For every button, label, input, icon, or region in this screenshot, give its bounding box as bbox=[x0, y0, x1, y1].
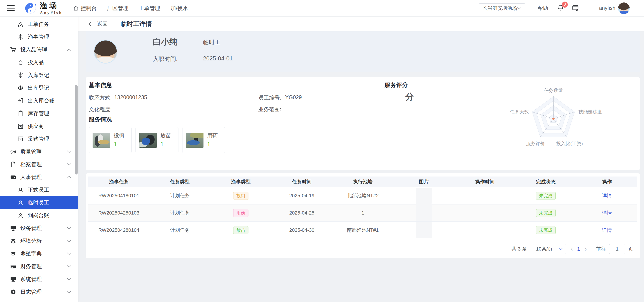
login-arrow-icon bbox=[17, 97, 24, 104]
menu-item-factory[interactable]: 厂区管理 bbox=[107, 5, 128, 12]
sidebar-item-quality-mgmt[interactable]: 质量管理 bbox=[0, 145, 78, 158]
sidebar-item-inout-ledger[interactable]: 出入库台账 bbox=[0, 94, 78, 107]
back-arrow-icon bbox=[88, 22, 94, 26]
detail-link[interactable]: 详情 bbox=[602, 227, 612, 234]
service-score-radar-chart: 任务数量 技能熟练度 投入比(工资) 服务评价 任务天数 bbox=[498, 83, 614, 154]
detail-link[interactable]: 详情 bbox=[602, 192, 612, 199]
sidebar-item-label: 采购管理 bbox=[28, 135, 49, 142]
fishery-type-tag: 投饵 bbox=[233, 192, 248, 200]
shop-icon bbox=[17, 123, 24, 130]
service-score-heading: 服务评分 bbox=[384, 81, 408, 89]
goto-unit: 页 bbox=[628, 246, 633, 252]
task-time-cell: 2025-04-25 bbox=[271, 210, 332, 216]
chevron-down-icon bbox=[67, 252, 71, 255]
page-size-value: 10条/页 bbox=[536, 246, 553, 252]
home-icon bbox=[73, 5, 79, 11]
sidebar-item-label: 投入品 bbox=[28, 59, 44, 66]
task-id-cell: RW202504280104 bbox=[88, 227, 149, 233]
sidebar-item-label: 出库登记 bbox=[28, 84, 49, 92]
table-row: RW202504250103 计划任务 用药 2025-04-25 1 未完成 … bbox=[88, 204, 637, 222]
sidebar-item-regular-staff[interactable]: 正式员工 bbox=[0, 184, 78, 196]
menu-item-workorder[interactable]: 工单管理 bbox=[139, 5, 160, 12]
sidebar-item-log-mgmt[interactable]: 日志管理 bbox=[0, 286, 78, 298]
task-type-cell: 计划任务 bbox=[149, 192, 210, 199]
menu-item-label: 工单管理 bbox=[139, 5, 160, 12]
sidebar-item-workorder-tasks[interactable]: 工单任务 bbox=[0, 18, 78, 30]
sidebar-item-attendance-ledger[interactable]: 到岗台账 bbox=[0, 209, 78, 222]
menu-item-water[interactable]: 加/换水 bbox=[170, 5, 188, 12]
sidebar-item-outbound-register[interactable]: 出库登记 bbox=[0, 82, 78, 94]
sidebar-item-inputs[interactable]: 投入品 bbox=[0, 56, 78, 69]
chevron-down-icon bbox=[67, 290, 71, 293]
pagination: 共 3 条 10条/页 ‹ 1 › 前往 页 bbox=[512, 244, 633, 254]
column-header: 操作时间 bbox=[454, 178, 516, 185]
panel-gear-icon bbox=[572, 4, 579, 12]
table-row: RW202504180101 计划任务 投饵 2025-04-19 北部池塘NT… bbox=[88, 187, 637, 204]
user-icon bbox=[17, 186, 24, 193]
task-type-cell: 计划任务 bbox=[149, 227, 210, 234]
column-header: 图片 bbox=[393, 178, 454, 185]
service-card-label: 投饵 bbox=[114, 132, 124, 139]
sidebar-item-temp-staff[interactable]: 临时员工 bbox=[0, 196, 78, 209]
sidebar-item-hr-mgmt[interactable]: 人事管理 bbox=[0, 171, 78, 184]
sidebar-item-archive-mgmt[interactable]: 档案管理 bbox=[0, 158, 78, 171]
sidebar-item-breeding-dictionary[interactable]: 养殖字典 bbox=[0, 247, 78, 260]
sidebar-item-suppliers[interactable]: 供应商 bbox=[0, 120, 78, 132]
sidebar-item-label: 设备管理 bbox=[20, 224, 42, 232]
column-header: 渔事类型 bbox=[210, 178, 272, 185]
system-settings-button[interactable] bbox=[572, 4, 579, 12]
sidebar-item-inventory-mgmt[interactable]: 库存管理 bbox=[0, 107, 78, 120]
sidebar-item-system-mgmt[interactable]: 系统管理 bbox=[0, 273, 78, 286]
service-summary-heading: 服务情况 bbox=[89, 116, 112, 124]
divider bbox=[114, 21, 114, 27]
service-card-feeding[interactable]: 投饵 1 bbox=[89, 127, 132, 153]
farm-selector-dropdown[interactable]: 长兴泗安塘渔场 bbox=[479, 3, 525, 13]
sidebar-item-environment-analysis[interactable]: 环境分析 bbox=[0, 234, 78, 247]
sidebar-item-label: 质量管理 bbox=[20, 148, 42, 155]
sidebar-item-inbound-register[interactable]: 入库登记 bbox=[0, 69, 78, 82]
app-logo: 渔场 AnyFish bbox=[24, 2, 62, 15]
sidebar-item-label: 档案管理 bbox=[20, 161, 42, 168]
chevron-up-icon bbox=[67, 48, 71, 51]
sidebar-item-label: 财务管理 bbox=[20, 263, 42, 270]
sidebar-item-purchasing-mgmt[interactable]: 采购管理 bbox=[0, 132, 78, 145]
sidebar-item-device-mgmt[interactable]: 设备管理 bbox=[0, 222, 78, 234]
chevron-down-icon bbox=[558, 248, 563, 250]
sidebar-item-inputs-mgmt[interactable]: 投入品管理 bbox=[0, 43, 78, 56]
goto-page-input[interactable] bbox=[609, 244, 625, 254]
service-card-medication[interactable]: 用药 1 bbox=[182, 127, 225, 153]
sidebar-nav: 工单任务 渔事管理 投入品管理 投入品 入库登记 出库登记 出入库台账 库存管理… bbox=[0, 16, 78, 302]
sidebar-item-label: 库存管理 bbox=[28, 110, 49, 117]
sidebar-item-label: 系统管理 bbox=[20, 276, 42, 283]
current-page-button[interactable]: 1 bbox=[577, 246, 580, 252]
help-link[interactable]: 帮助 bbox=[538, 5, 548, 12]
sidebar-item-label: 供应商 bbox=[28, 122, 44, 130]
chevron-down-icon bbox=[67, 150, 71, 153]
notification-bell[interactable]: 0 bbox=[557, 4, 564, 12]
service-card-seeding[interactable]: 放苗 1 bbox=[136, 127, 178, 153]
task-image-placeholder bbox=[416, 222, 432, 238]
task-id-cell: RW202504180101 bbox=[88, 193, 149, 199]
farm-selector-value: 长兴泗安塘渔场 bbox=[482, 5, 517, 12]
prev-page-button[interactable]: ‹ bbox=[571, 246, 573, 252]
detail-link[interactable]: 详情 bbox=[602, 210, 612, 216]
task-type-cell: 计划任务 bbox=[149, 210, 210, 216]
menu-item-dashboard[interactable]: 控制台 bbox=[73, 5, 96, 12]
task-id-cell: RW202504250103 bbox=[88, 210, 149, 216]
sidebar-item-fishery-mgmt[interactable]: 渔事管理 bbox=[0, 30, 78, 43]
sidebar-item-label: 养殖字典 bbox=[20, 250, 42, 257]
back-button[interactable]: 返回 bbox=[88, 20, 108, 28]
next-page-button[interactable]: › bbox=[585, 246, 587, 252]
service-card-count: 1 bbox=[114, 141, 117, 148]
hamburger-menu-icon[interactable] bbox=[7, 5, 15, 11]
scope-label: 业务范围: bbox=[258, 106, 281, 113]
sidebar-item-label: 日志管理 bbox=[20, 288, 42, 296]
gear-icon bbox=[17, 72, 24, 78]
archive-box-icon bbox=[17, 136, 24, 142]
page-size-dropdown[interactable]: 10条/页 bbox=[533, 244, 566, 254]
user-avatar[interactable] bbox=[618, 2, 630, 14]
sidebar-item-label: 人事管理 bbox=[20, 174, 42, 181]
pen-tool-icon bbox=[17, 21, 24, 28]
sidebar-item-finance-mgmt[interactable]: 财务管理 bbox=[0, 260, 78, 273]
sidebar-scrollbar[interactable] bbox=[75, 85, 78, 174]
